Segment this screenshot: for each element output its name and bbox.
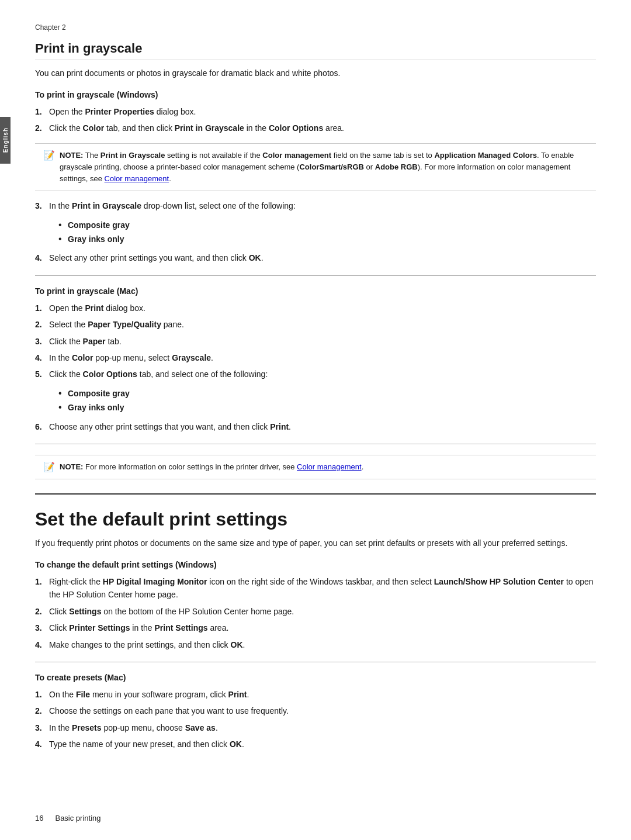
main-content: Chapter 2 Print in grayscale You can pri… [35, 0, 596, 792]
note-icon: 📝 [43, 150, 55, 161]
step-text: Open the Printer Properties dialog box. [49, 105, 596, 118]
step-item: 2. Click Settings on the bottom of the H… [35, 605, 596, 618]
bold-text: Application Managed Colors [434, 151, 537, 160]
step-item: 6. Choose any other print settings that … [35, 420, 596, 433]
page-container: English Chapter 2 Print in grayscale You… [0, 0, 631, 840]
bold-text: HP Digital Imaging Monitor [103, 577, 207, 586]
mac-grayscale-steps: 1. Open the Print dialog box. 2. Select … [35, 302, 596, 381]
bold-text: Adobe RGB [375, 163, 418, 171]
page-footer: 16 Basic printing [35, 814, 596, 822]
bullet-text: Gray inks only [68, 401, 124, 414]
step-item: 3. In the Presets pop-up menu, choose Sa… [35, 721, 596, 734]
bullet-text: Gray inks only [68, 233, 124, 246]
step-number: 1. [35, 105, 49, 118]
bold-text: Settings [69, 607, 101, 616]
mac-grayscale-options-list: • Composite gray • Gray inks only [58, 387, 596, 414]
divider-3 [35, 662, 596, 662]
step-text: Choose the settings on each pane that yo… [49, 704, 596, 717]
step-number: 3. [35, 335, 49, 348]
bold-text: Print [270, 422, 289, 431]
step-number: 2. [35, 704, 49, 717]
step-text: Choose any other print settings that you… [49, 420, 596, 433]
bold-text: Print [228, 690, 247, 699]
windows-grayscale-steps-2: 3. In the Print in Grayscale drop-down l… [35, 199, 596, 212]
step-item: 2. Click the Color tab, and then click P… [35, 122, 596, 134]
step-item: 5. Click the Color Options tab, and sele… [35, 368, 596, 381]
bold-text: NOTE: [60, 151, 83, 160]
step-number: 2. [35, 318, 49, 331]
step-number: 5. [35, 368, 49, 381]
step-text: Open the Print dialog box. [49, 302, 596, 314]
step-item: 4. Make changes to the print settings, a… [35, 638, 596, 651]
step-text: Click the Color Options tab, and select … [49, 368, 596, 381]
note-text: NOTE: The Print in Grayscale setting is … [60, 150, 588, 185]
step-number: 4. [35, 738, 49, 751]
step-text: On the File menu in your software progra… [49, 688, 596, 701]
step-number: 1. [35, 575, 49, 588]
bold-text: Color management [262, 151, 331, 160]
bold-text: Color [72, 353, 93, 362]
bold-text: Paper Type/Quality [88, 320, 161, 329]
step-text: Make changes to the print settings, and … [49, 638, 596, 651]
step-text: In the Print in Grayscale drop-down list… [49, 199, 596, 212]
bold-text: Printer Properties [85, 107, 154, 116]
windows-default-steps: 1. Right-click the HP Digital Imaging Mo… [35, 575, 596, 651]
bold-text: Save as [185, 723, 216, 732]
bullet-item: • Gray inks only [58, 401, 596, 414]
mac-presets-subheading: To create presets (Mac) [35, 673, 596, 682]
sidebar-language-tab: English [0, 117, 11, 164]
step-text: In the Color pop-up menu, select Graysca… [49, 351, 596, 364]
note-text-2: NOTE: For more information on color sett… [60, 461, 363, 473]
step-item: 3. Click the Paper tab. [35, 335, 596, 348]
divider-2 [35, 444, 596, 444]
bold-text: Color Options [83, 369, 137, 379]
mac-grayscale-steps-2: 6. Choose any other print settings that … [35, 420, 596, 433]
step-item: 2. Select the Paper Type/Quality pane. [35, 318, 596, 331]
mac-grayscale-subheading: To print in grayscale (Mac) [35, 286, 596, 296]
bullet-item: • Composite gray [58, 387, 596, 400]
default-print-heading: Set the default print settings [35, 509, 596, 530]
step-number: 4. [35, 251, 49, 264]
windows-grayscale-subheading: To print in grayscale (Windows) [35, 90, 596, 99]
bold-text: Print in Grayscale [100, 151, 165, 160]
bold-text: OK [231, 640, 243, 649]
divider [35, 275, 596, 276]
bold-text: Paper [83, 337, 106, 346]
bold-text: OK [230, 739, 242, 749]
bold-text: Gray inks only [68, 403, 124, 412]
step-text: Select any other print settings you want… [49, 251, 596, 264]
step-item: 1. Right-click the HP Digital Imaging Mo… [35, 575, 596, 602]
step-number: 6. [35, 420, 49, 433]
windows-default-subheading: To change the default print settings (Wi… [35, 560, 596, 569]
bullet-text: Composite gray [68, 219, 130, 231]
step-text: Click Printer Settings in the Print Sett… [49, 621, 596, 634]
bold-text: File [76, 690, 90, 699]
step-text: Click the Paper tab. [49, 335, 596, 348]
step-number: 3. [35, 621, 49, 634]
bold-text: Grayscale [172, 353, 211, 362]
bold-text: Print [85, 303, 104, 313]
chapter-label: Chapter 2 [35, 23, 596, 32]
bold-text: OK [249, 253, 261, 262]
step-item: 3. Click Printer Settings in the Print S… [35, 621, 596, 634]
bold-text: Print Settings [155, 623, 208, 632]
bullet-text: Composite gray [68, 387, 130, 400]
bold-text: Color Options [269, 123, 323, 133]
default-print-intro: If you frequently print photos or docume… [35, 537, 596, 549]
color-management-link-1[interactable]: Color management [105, 174, 169, 183]
note-icon-2: 📝 [43, 461, 55, 472]
bold-text: NOTE: [60, 462, 83, 471]
bullet-dot: • [58, 219, 68, 231]
step-item: 4. In the Color pop-up menu, select Gray… [35, 351, 596, 364]
bullet-item: • Composite gray [58, 219, 596, 231]
note-box-2: 📝 NOTE: For more information on color se… [35, 455, 596, 479]
step-text: Click the Color tab, and then click Prin… [49, 122, 596, 134]
step-item: 1. On the File menu in your software pro… [35, 688, 596, 701]
step-text: Select the Paper Type/Quality pane. [49, 318, 596, 331]
bold-text: Launch/Show HP Solution Center [434, 577, 564, 586]
step-number: 2. [35, 122, 49, 134]
color-management-link-2[interactable]: Color management [297, 462, 362, 471]
step-number: 1. [35, 302, 49, 314]
step-text: Type the name of your new preset, and th… [49, 738, 596, 751]
sidebar-language-text: English [2, 127, 9, 153]
